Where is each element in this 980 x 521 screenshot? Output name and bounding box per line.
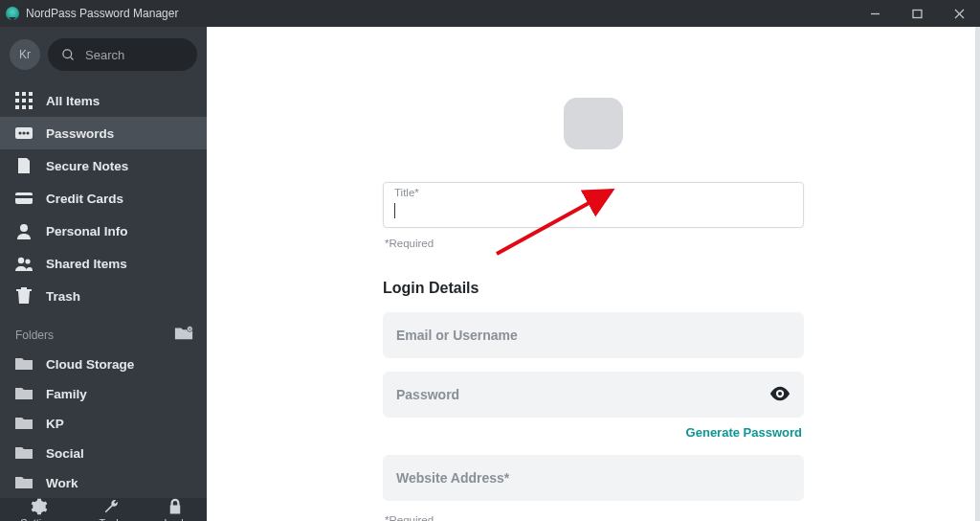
folder-icon: [15, 356, 33, 373]
folder-label: Social: [46, 446, 84, 461]
nav-trash[interactable]: Trash: [0, 280, 207, 312]
folder-icon: [15, 416, 33, 432]
folders-header: Folders +: [0, 312, 207, 350]
note-icon: [15, 157, 33, 174]
nav-all-items[interactable]: All Items: [0, 84, 207, 117]
svg-rect-24: [16, 289, 32, 291]
svg-point-16: [18, 131, 21, 134]
svg-rect-11: [29, 99, 33, 102]
tools-button[interactable]: Tools: [99, 498, 123, 521]
grid-icon: [15, 92, 33, 109]
nav-personal-info[interactable]: Personal Info: [0, 215, 207, 247]
nav-label: Secure Notes: [46, 159, 128, 173]
eye-icon[interactable]: [769, 386, 791, 404]
folder-social[interactable]: Social: [0, 439, 207, 468]
website-placeholder: Website Address*: [396, 470, 509, 486]
svg-rect-9: [15, 99, 19, 102]
folder-label: Cloud Storage: [46, 357, 134, 372]
nav-passwords[interactable]: Passwords: [0, 117, 207, 149]
title-field-wrap: Title*: [383, 182, 804, 228]
nav-label: Credit Cards: [46, 192, 123, 206]
svg-rect-1: [913, 10, 922, 17]
person-icon: [15, 222, 33, 239]
item-thumbnail[interactable]: [564, 98, 623, 149]
nav-list: All Items Passwords Secure Notes Credit …: [0, 79, 207, 312]
text-caret: [394, 203, 395, 218]
nav-label: Shared Items: [46, 257, 127, 271]
svg-rect-6: [15, 92, 19, 96]
svg-point-21: [20, 224, 28, 232]
search-icon: [61, 48, 76, 62]
tools-label: Tools: [99, 517, 123, 521]
svg-rect-12: [15, 105, 19, 109]
email-input[interactable]: Email or Username: [383, 312, 804, 358]
search-input[interactable]: Search: [48, 38, 197, 71]
generate-password-link[interactable]: Generate Password: [383, 425, 802, 440]
email-placeholder: Email or Username: [396, 328, 518, 343]
minimize-button[interactable]: [854, 0, 896, 27]
folder-icon: [15, 475, 33, 491]
sidebar: Kr Search All Items Passwords Secure Not…: [0, 27, 207, 521]
folder-label: Work: [46, 476, 78, 490]
lock-button[interactable]: Lock: [165, 498, 187, 521]
title-input[interactable]: [383, 182, 804, 228]
login-details-heading: Login Details: [383, 280, 804, 297]
close-button[interactable]: [938, 0, 980, 27]
password-input[interactable]: Password: [383, 372, 804, 418]
required-note-2: *Required: [385, 514, 802, 521]
svg-rect-13: [22, 105, 26, 109]
settings-button[interactable]: Settings: [20, 498, 58, 521]
nav-label: Personal Info: [46, 224, 128, 238]
svg-point-18: [26, 131, 29, 134]
folder-family[interactable]: Family: [0, 379, 207, 409]
svg-rect-7: [22, 92, 26, 96]
folder-label: Family: [46, 387, 87, 401]
people-icon: [15, 255, 33, 272]
nav-secure-notes[interactable]: Secure Notes: [0, 149, 207, 182]
add-folder-icon[interactable]: +: [174, 326, 193, 344]
scrollbar[interactable]: [975, 27, 980, 521]
folder-icon: [15, 386, 33, 402]
folder-cloud-storage[interactable]: Cloud Storage: [0, 350, 207, 379]
maximize-button[interactable]: [896, 0, 938, 27]
trash-icon: [15, 287, 33, 305]
folder-icon: [15, 445, 33, 462]
nav-credit-cards[interactable]: Credit Cards: [0, 182, 207, 215]
card-icon: [15, 190, 33, 207]
gear-icon: [31, 498, 48, 515]
svg-point-4: [63, 49, 72, 57]
website-input[interactable]: Website Address*: [383, 455, 804, 501]
settings-label: Settings: [20, 517, 58, 521]
window-title: NordPass Password Manager: [26, 7, 178, 20]
lock-label: Lock: [165, 517, 187, 521]
password-icon: [15, 125, 33, 142]
lock-icon: [167, 498, 184, 515]
nav-shared-items[interactable]: Shared Items: [0, 247, 207, 280]
titlebar: NordPass Password Manager: [0, 0, 980, 27]
window-controls: [854, 0, 980, 27]
svg-point-17: [22, 131, 25, 134]
svg-point-28: [778, 391, 782, 395]
folder-kp[interactable]: KP: [0, 409, 207, 439]
svg-rect-14: [29, 105, 33, 109]
avatar[interactable]: Kr: [10, 39, 40, 70]
required-note: *Required: [385, 238, 802, 249]
svg-point-22: [18, 258, 24, 263]
folder-label: KP: [46, 417, 64, 431]
nav-label: All Items: [46, 94, 100, 108]
svg-line-5: [70, 57, 73, 59]
svg-rect-25: [21, 287, 27, 289]
search-placeholder: Search: [85, 48, 124, 62]
svg-rect-8: [29, 92, 33, 96]
svg-rect-20: [15, 195, 33, 198]
main-panel: Title* *Required Login Details Email or …: [207, 27, 980, 521]
folders-title: Folders: [15, 328, 54, 342]
wrench-icon: [102, 498, 120, 515]
svg-point-23: [25, 259, 30, 263]
bottom-bar: Settings Tools Lock: [0, 498, 207, 521]
password-placeholder: Password: [396, 387, 459, 402]
nav-label: Passwords: [46, 126, 114, 141]
folder-work[interactable]: Work: [0, 468, 207, 498]
app-logo-icon: [6, 7, 19, 20]
nav-label: Trash: [46, 289, 80, 304]
